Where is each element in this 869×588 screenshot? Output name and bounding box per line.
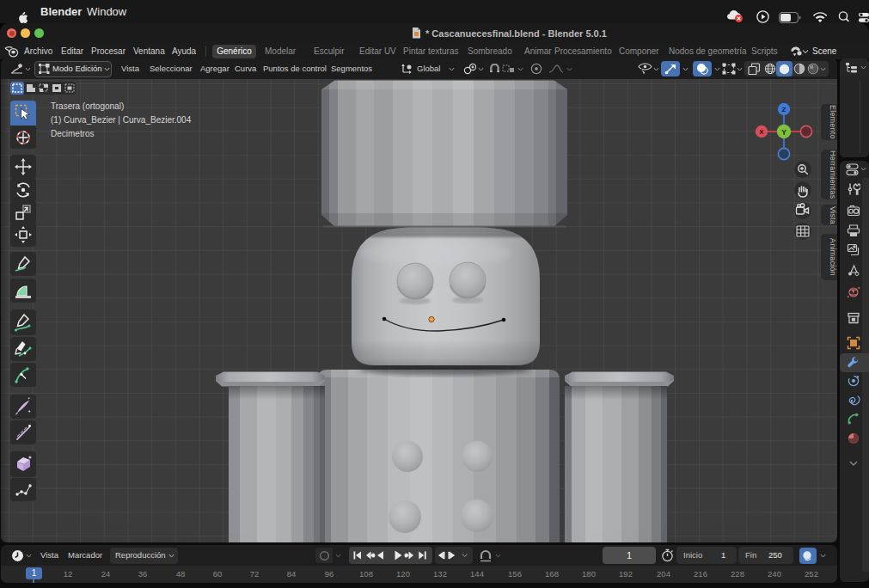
svg-text:Z: Z xyxy=(782,106,786,113)
svg-text:X: X xyxy=(759,128,764,136)
svg-text:Y: Y xyxy=(781,128,786,137)
